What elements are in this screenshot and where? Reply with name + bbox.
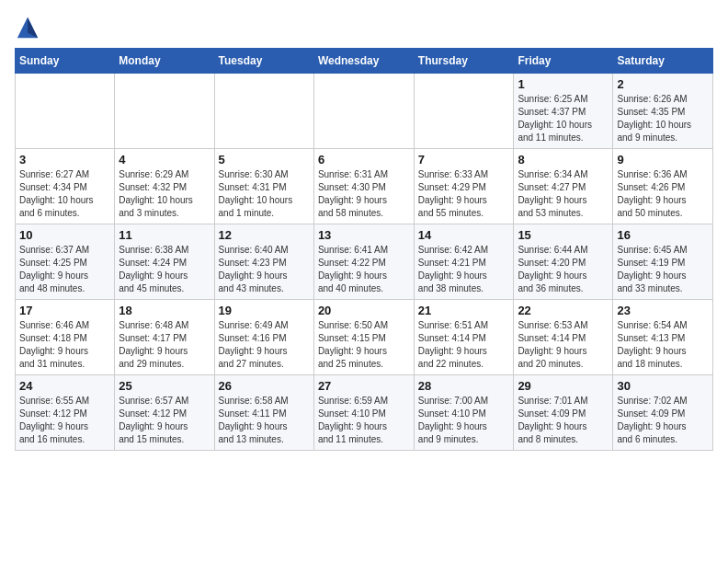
day-number: 8 [518,153,609,167]
day-number: 6 [318,153,410,167]
day-info: Sunrise: 6:53 AMSunset: 4:14 PMDaylight:… [518,319,609,371]
day-info: Sunrise: 6:34 AMSunset: 4:27 PMDaylight:… [518,168,609,220]
calendar-cell: 17Sunrise: 6:46 AMSunset: 4:18 PMDayligh… [16,300,115,375]
day-number: 11 [119,228,210,242]
day-info: Sunrise: 6:48 AMSunset: 4:17 PMDaylight:… [119,319,210,371]
calendar-cell [115,74,214,149]
calendar-cell: 11Sunrise: 6:38 AMSunset: 4:24 PMDayligh… [115,224,214,300]
calendar-cell [313,74,414,149]
day-info: Sunrise: 6:57 AMSunset: 4:12 PMDaylight:… [119,395,210,446]
day-info: Sunrise: 6:46 AMSunset: 4:18 PMDaylight:… [19,319,110,371]
weekday-header-friday: Friday [514,49,613,74]
calendar-week-row: 1Sunrise: 6:25 AMSunset: 4:37 PMDaylight… [16,74,713,149]
calendar-cell: 10Sunrise: 6:37 AMSunset: 4:25 PMDayligh… [16,224,115,300]
weekday-header-thursday: Thursday [414,49,514,74]
day-number: 13 [318,228,410,242]
day-number: 4 [119,153,210,167]
day-number: 26 [219,379,310,393]
day-info: Sunrise: 6:58 AMSunset: 4:11 PMDaylight:… [219,395,310,446]
weekday-header-monday: Monday [115,49,214,74]
calendar-cell: 24Sunrise: 6:55 AMSunset: 4:12 PMDayligh… [16,375,115,451]
day-info: Sunrise: 7:00 AMSunset: 4:10 PMDaylight:… [418,395,510,446]
calendar-table: SundayMondayTuesdayWednesdayThursdayFrid… [15,48,713,451]
day-number: 2 [617,77,709,91]
calendar-cell: 22Sunrise: 6:53 AMSunset: 4:14 PMDayligh… [514,300,613,375]
day-info: Sunrise: 6:29 AMSunset: 4:32 PMDaylight:… [119,168,210,220]
logo-icon [15,15,40,40]
day-info: Sunrise: 6:33 AMSunset: 4:29 PMDaylight:… [418,168,510,220]
day-info: Sunrise: 6:49 AMSunset: 4:16 PMDaylight:… [219,319,310,371]
day-number: 27 [318,379,410,393]
day-number: 15 [518,228,609,242]
calendar-cell: 30Sunrise: 7:02 AMSunset: 4:09 PMDayligh… [613,375,713,451]
calendar-cell: 1Sunrise: 6:25 AMSunset: 4:37 PMDaylight… [514,74,613,149]
day-info: Sunrise: 7:01 AMSunset: 4:09 PMDaylight:… [518,395,609,446]
day-info: Sunrise: 6:31 AMSunset: 4:30 PMDaylight:… [318,168,410,220]
calendar-week-row: 10Sunrise: 6:37 AMSunset: 4:25 PMDayligh… [16,224,713,300]
day-info: Sunrise: 6:25 AMSunset: 4:37 PMDaylight:… [518,93,609,144]
calendar-cell: 15Sunrise: 6:44 AMSunset: 4:20 PMDayligh… [514,224,613,300]
day-number: 3 [19,153,110,167]
day-number: 12 [219,228,310,242]
day-info: Sunrise: 6:45 AMSunset: 4:19 PMDaylight:… [617,244,709,295]
day-info: Sunrise: 6:37 AMSunset: 4:25 PMDaylight:… [19,244,110,295]
day-number: 25 [119,379,210,393]
calendar-cell [214,74,313,149]
weekday-header-sunday: Sunday [16,49,115,74]
day-number: 19 [219,304,310,317]
calendar-cell: 5Sunrise: 6:30 AMSunset: 4:31 PMDaylight… [214,149,313,224]
day-info: Sunrise: 6:30 AMSunset: 4:31 PMDaylight:… [219,168,310,220]
calendar-week-row: 3Sunrise: 6:27 AMSunset: 4:34 PMDaylight… [16,149,713,224]
day-info: Sunrise: 6:50 AMSunset: 4:15 PMDaylight:… [318,319,410,371]
calendar-cell: 6Sunrise: 6:31 AMSunset: 4:30 PMDaylight… [313,149,414,224]
logo [15,15,44,40]
weekday-header-tuesday: Tuesday [214,49,313,74]
day-number: 10 [19,228,110,242]
day-number: 14 [418,228,510,242]
day-info: Sunrise: 6:55 AMSunset: 4:12 PMDaylight:… [19,395,110,446]
page-header [15,15,713,40]
calendar-cell: 4Sunrise: 6:29 AMSunset: 4:32 PMDaylight… [115,149,214,224]
calendar-week-row: 17Sunrise: 6:46 AMSunset: 4:18 PMDayligh… [16,300,713,375]
calendar-cell: 26Sunrise: 6:58 AMSunset: 4:11 PMDayligh… [214,375,313,451]
weekday-header-saturday: Saturday [613,49,713,74]
calendar-cell: 7Sunrise: 6:33 AMSunset: 4:29 PMDaylight… [414,149,514,224]
day-number: 20 [318,304,410,317]
day-info: Sunrise: 7:02 AMSunset: 4:09 PMDaylight:… [617,395,709,446]
day-info: Sunrise: 6:42 AMSunset: 4:21 PMDaylight:… [418,244,510,295]
day-info: Sunrise: 6:51 AMSunset: 4:14 PMDaylight:… [418,319,510,371]
day-info: Sunrise: 6:26 AMSunset: 4:35 PMDaylight:… [617,93,709,144]
day-number: 16 [617,228,709,242]
day-number: 21 [418,304,510,317]
calendar-cell: 13Sunrise: 6:41 AMSunset: 4:22 PMDayligh… [313,224,414,300]
calendar-cell: 3Sunrise: 6:27 AMSunset: 4:34 PMDaylight… [16,149,115,224]
day-number: 7 [418,153,510,167]
calendar-cell: 8Sunrise: 6:34 AMSunset: 4:27 PMDaylight… [514,149,613,224]
calendar-cell: 19Sunrise: 6:49 AMSunset: 4:16 PMDayligh… [214,300,313,375]
day-number: 28 [418,379,510,393]
day-number: 24 [19,379,110,393]
calendar-cell: 14Sunrise: 6:42 AMSunset: 4:21 PMDayligh… [414,224,514,300]
calendar-cell: 27Sunrise: 6:59 AMSunset: 4:10 PMDayligh… [313,375,414,451]
day-number: 18 [119,304,210,317]
day-info: Sunrise: 6:27 AMSunset: 4:34 PMDaylight:… [19,168,110,220]
calendar-cell: 25Sunrise: 6:57 AMSunset: 4:12 PMDayligh… [115,375,214,451]
weekday-header-wednesday: Wednesday [313,49,414,74]
day-info: Sunrise: 6:38 AMSunset: 4:24 PMDaylight:… [119,244,210,295]
day-number: 30 [617,379,709,393]
calendar-cell: 18Sunrise: 6:48 AMSunset: 4:17 PMDayligh… [115,300,214,375]
calendar-cell: 28Sunrise: 7:00 AMSunset: 4:10 PMDayligh… [414,375,514,451]
day-number: 29 [518,379,609,393]
day-info: Sunrise: 6:44 AMSunset: 4:20 PMDaylight:… [518,244,609,295]
calendar-cell: 12Sunrise: 6:40 AMSunset: 4:23 PMDayligh… [214,224,313,300]
day-number: 5 [219,153,310,167]
calendar-cell: 9Sunrise: 6:36 AMSunset: 4:26 PMDaylight… [613,149,713,224]
calendar-cell: 16Sunrise: 6:45 AMSunset: 4:19 PMDayligh… [613,224,713,300]
day-info: Sunrise: 6:41 AMSunset: 4:22 PMDaylight:… [318,244,410,295]
day-info: Sunrise: 6:40 AMSunset: 4:23 PMDaylight:… [219,244,310,295]
calendar-cell: 2Sunrise: 6:26 AMSunset: 4:35 PMDaylight… [613,74,713,149]
calendar-cell: 29Sunrise: 7:01 AMSunset: 4:09 PMDayligh… [514,375,613,451]
day-number: 23 [617,304,709,317]
calendar-cell: 23Sunrise: 6:54 AMSunset: 4:13 PMDayligh… [613,300,713,375]
calendar-cell: 21Sunrise: 6:51 AMSunset: 4:14 PMDayligh… [414,300,514,375]
